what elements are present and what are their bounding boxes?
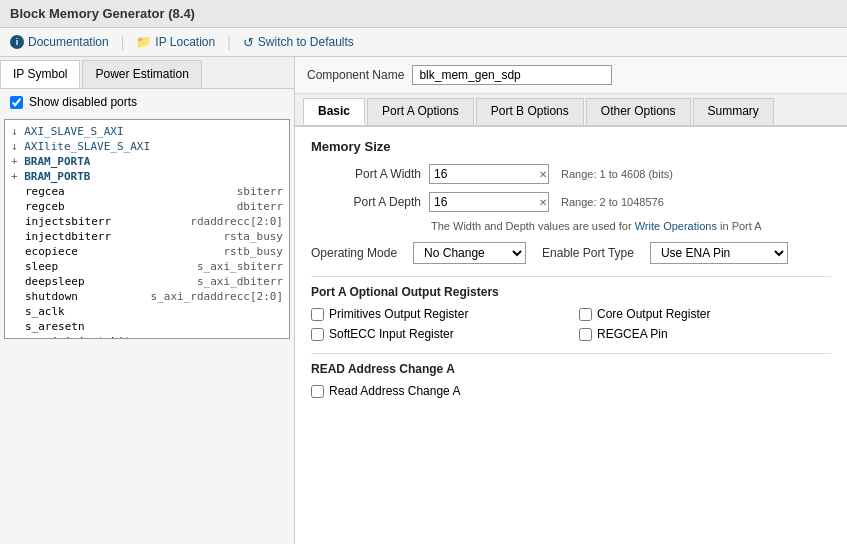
tab-basic[interactable]: Basic xyxy=(303,98,365,125)
info-icon: i xyxy=(10,35,24,49)
list-item: injectsbiterrrdaddrecc[2:0] xyxy=(9,214,285,229)
main-container: IP Symbol Power Estimation Show disabled… xyxy=(0,57,847,544)
optional-output-registers-grid: Primitives Output Register Core Output R… xyxy=(311,307,831,341)
port-a-depth-label: Port A Depth xyxy=(311,195,421,209)
tab-ip-symbol[interactable]: IP Symbol xyxy=(0,60,80,88)
tab-content: Memory Size Port A Width ✕ Range: 1 to 4… xyxy=(295,127,847,544)
primitives-output-label: Primitives Output Register xyxy=(329,307,468,321)
port-a-depth-input-wrap: ✕ xyxy=(429,192,549,212)
title-bar: Block Memory Generator (8.4) xyxy=(0,0,847,28)
operating-mode-label: Operating Mode xyxy=(311,246,397,260)
port-a-width-label: Port A Width xyxy=(311,167,421,181)
port-a-width-range: Range: 1 to 4608 (bits) xyxy=(561,168,673,180)
read-address-change-item: Read Address Change A xyxy=(311,384,831,398)
toolbar-separator: | xyxy=(121,34,125,50)
list-item: ↓ AXI_SLAVE_S_AXI xyxy=(9,124,285,139)
toolbar: i Documentation | 📁 IP Location | ↺ Swit… xyxy=(0,28,847,57)
enable-port-type-label: Enable Port Type xyxy=(542,246,634,260)
location-icon: 📁 xyxy=(136,35,151,49)
optional-output-registers-title: Port A Optional Output Registers xyxy=(311,285,831,299)
list-item: ecopiecerstb_busy xyxy=(9,244,285,259)
window-title: Block Memory Generator (8.4) xyxy=(10,6,195,21)
port-a-depth-range: Range: 2 to 1048576 xyxy=(561,196,664,208)
enable-port-type-select[interactable]: Use ENA Pin Always Enabled xyxy=(650,242,788,264)
port-a-depth-input[interactable] xyxy=(429,192,549,212)
port-a-width-input-wrap: ✕ xyxy=(429,164,549,184)
documentation-button[interactable]: i Documentation xyxy=(10,35,109,49)
show-disabled-label: Show disabled ports xyxy=(29,95,137,109)
primitives-output-checkbox[interactable] xyxy=(311,308,324,321)
list-item: s_aresetn xyxy=(9,319,285,334)
right-panel: Component Name Basic Port A Options Port… xyxy=(295,57,847,544)
port-a-depth-row: Port A Depth ✕ Range: 2 to 1048576 xyxy=(311,192,831,212)
tab-summary[interactable]: Summary xyxy=(693,98,774,125)
divider1 xyxy=(311,276,831,277)
primitives-output-item: Primitives Output Register xyxy=(311,307,563,321)
core-output-checkbox[interactable] xyxy=(579,308,592,321)
show-disabled-checkbox[interactable] xyxy=(10,96,23,109)
list-item: shutdowns_axi_rdaddrecc[2:0] xyxy=(9,289,285,304)
write-operations-link[interactable]: Write Operations xyxy=(635,220,717,232)
read-address-change-title: READ Address Change A xyxy=(311,362,831,376)
tab-power-estimation[interactable]: Power Estimation xyxy=(82,60,201,88)
left-panel: IP Symbol Power Estimation Show disabled… xyxy=(0,57,295,544)
REGCEA-pin-checkbox[interactable] xyxy=(579,328,592,341)
softECC-input-label: SoftECC Input Register xyxy=(329,327,454,341)
port-a-width-row: Port A Width ✕ Range: 1 to 4608 (bits) xyxy=(311,164,831,184)
component-tree[interactable]: ↓ AXI_SLAVE_S_AXI ↓ AXIlite_SLAVE_S_AXI … xyxy=(4,119,290,339)
show-disabled-row: Show disabled ports xyxy=(0,89,294,115)
list-item: sleeps_axi_sbiterr xyxy=(9,259,285,274)
softECC-input-item: SoftECC Input Register xyxy=(311,327,563,341)
switch-defaults-button[interactable]: ↺ Switch to Defaults xyxy=(243,35,354,50)
component-name-input[interactable] xyxy=(412,65,612,85)
list-item: injectdbiterrrsta_busy xyxy=(9,229,285,244)
component-name-bar: Component Name xyxy=(295,57,847,94)
divider2 xyxy=(311,353,831,354)
tree-area: ↓ AXI_SLAVE_S_AXI ↓ AXIlite_SLAVE_S_AXI … xyxy=(0,115,294,544)
tab-port-a-options[interactable]: Port A Options xyxy=(367,98,474,125)
read-address-change-checkbox[interactable] xyxy=(311,385,324,398)
port-a-width-input[interactable] xyxy=(429,164,549,184)
list-item: + BRAM_PORTB xyxy=(9,169,285,184)
port-a-depth-clear-button[interactable]: ✕ xyxy=(539,197,547,208)
list-item: deepsleeps_axi_dbiterr xyxy=(9,274,285,289)
tab-other-options[interactable]: Other Options xyxy=(586,98,691,125)
read-address-change-label: Read Address Change A xyxy=(329,384,460,398)
softECC-input-checkbox[interactable] xyxy=(311,328,324,341)
tabs-bar: Basic Port A Options Port B Options Othe… xyxy=(295,94,847,127)
list-item: regceasbiterr xyxy=(9,184,285,199)
list-item: s_aclk xyxy=(9,304,285,319)
port-a-width-clear-button[interactable]: ✕ xyxy=(539,169,547,180)
toolbar-separator2: | xyxy=(227,34,231,50)
ip-location-button[interactable]: 📁 IP Location xyxy=(136,35,215,49)
memory-size-title: Memory Size xyxy=(311,139,831,154)
info-text: The Width and Depth values are used for … xyxy=(431,220,831,232)
core-output-item: Core Output Register xyxy=(579,307,831,321)
operating-mode-select[interactable]: No Change Read First Write First xyxy=(413,242,526,264)
refresh-icon: ↺ xyxy=(243,35,254,50)
left-tabs: IP Symbol Power Estimation xyxy=(0,57,294,89)
operating-mode-row: Operating Mode No Change Read First Writ… xyxy=(311,242,831,264)
list-item: ↓ AXIlite_SLAVE_S_AXI xyxy=(9,139,285,154)
list-item: regcebdbiterr xyxy=(9,199,285,214)
component-name-label: Component Name xyxy=(307,68,404,82)
REGCEA-pin-item: REGCEA Pin xyxy=(579,327,831,341)
list-item: + BRAM_PORTA xyxy=(9,154,285,169)
REGCEA-pin-label: REGCEA Pin xyxy=(597,327,668,341)
core-output-label: Core Output Register xyxy=(597,307,710,321)
tab-port-b-options[interactable]: Port B Options xyxy=(476,98,584,125)
list-item: s_axi_injectsbiterr xyxy=(9,334,285,339)
